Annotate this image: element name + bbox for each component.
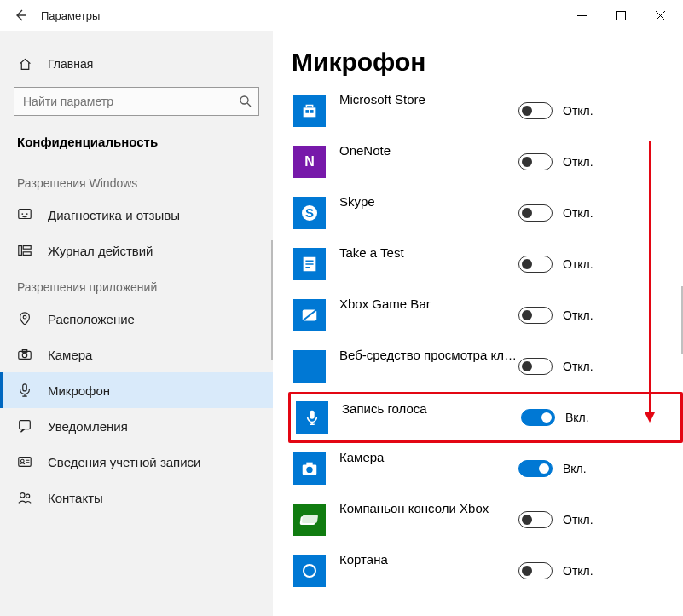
app-permission-toggle[interactable] <box>518 511 553 528</box>
sidebar-item-camera[interactable]: Камера <box>0 337 273 372</box>
arrow-left-icon <box>14 9 27 22</box>
svg-text:S: S <box>305 205 314 220</box>
sidebar: Главная Конфиденциальность Разрешения Wi… <box>0 31 273 616</box>
app-permission-toggle[interactable] <box>518 562 553 579</box>
store-icon <box>293 95 326 127</box>
blank-icon <box>293 350 326 383</box>
sidebar-item-label: Расположение <box>48 312 135 326</box>
content-pane: Микрофон Microsoft StoreОткл.NOneNoteОтк… <box>273 31 683 616</box>
svg-point-17 <box>26 494 30 498</box>
app-name-label: Кортана <box>339 552 518 567</box>
toggle-block: Откл. <box>518 358 604 375</box>
minimize-button[interactable] <box>562 0 601 31</box>
toggle-state-label: Откл. <box>563 206 593 220</box>
app-name-label: Take a Test <box>339 245 518 260</box>
app-permission-toggle[interactable] <box>518 358 553 375</box>
minimize-icon <box>577 11 587 20</box>
app-name-label: Компаньон консоли Xbox <box>339 501 518 515</box>
voice-icon <box>296 401 328 434</box>
app-row: КортанаОткл. <box>293 545 683 596</box>
app-permission-toggle[interactable] <box>521 409 555 426</box>
svg-point-16 <box>20 493 25 498</box>
search-input[interactable] <box>14 87 259 116</box>
nav-home-label: Главная <box>48 57 93 71</box>
sidebar-item-location[interactable]: Расположение <box>0 301 273 337</box>
section-title: Конфиденциальность <box>0 128 273 164</box>
app-row: КамераВкл. <box>293 443 683 494</box>
toggle-state-label: Откл. <box>563 308 593 322</box>
svg-point-31 <box>304 565 315 577</box>
toggle-state-label: Откл. <box>563 513 593 527</box>
toggle-block: Откл. <box>518 256 604 273</box>
app-row: Веб-средство просмотра класси...Откл. <box>293 341 683 392</box>
sidebar-item-label: Уведомления <box>48 419 128 434</box>
sidebar-item-activity-history[interactable]: Журнал действий <box>0 233 273 268</box>
toggle-state-label: Откл. <box>563 360 593 373</box>
app-permission-toggle[interactable] <box>518 460 553 477</box>
svg-rect-20 <box>310 110 314 113</box>
maximize-icon <box>616 11 626 20</box>
sidebar-item-label: Сведения учетной записи <box>48 455 201 469</box>
app-permission-toggle[interactable] <box>518 256 553 273</box>
page-heading: Микрофон <box>292 48 683 77</box>
app-row: NOneNoteОткл. <box>293 136 683 187</box>
svg-rect-7 <box>23 252 31 256</box>
xbox-icon <box>293 299 326 331</box>
xboxcomp-icon <box>293 504 326 536</box>
svg-point-15 <box>21 459 25 463</box>
app-permission-toggle[interactable] <box>518 307 553 324</box>
sidebar-item-label: Микрофон <box>48 383 110 398</box>
svg-point-8 <box>23 315 26 319</box>
sidebar-item-account-info[interactable]: Сведения учетной записи <box>0 444 273 480</box>
sidebar-item-label: Контакты <box>48 491 103 505</box>
test-icon <box>293 248 326 280</box>
svg-rect-0 <box>616 11 625 20</box>
svg-point-3 <box>21 213 23 215</box>
sidebar-item-label: Камера <box>48 348 92 362</box>
back-button[interactable] <box>3 0 38 31</box>
sidebar-item-diagnostics[interactable]: Диагностика и отзывы <box>0 197 273 233</box>
contacts-icon <box>17 490 32 505</box>
app-name-label: Веб-средство просмотра класси... <box>339 348 518 362</box>
app-permission-toggle[interactable] <box>518 153 553 170</box>
toggle-block: Откл. <box>518 511 604 528</box>
app-permission-toggle[interactable] <box>518 102 553 119</box>
toggle-state-label: Откл. <box>563 155 593 169</box>
toggle-block: Вкл. <box>521 409 606 426</box>
toggle-state-label: Откл. <box>563 257 593 271</box>
svg-rect-19 <box>305 110 309 113</box>
sidebar-item-contacts[interactable]: Контакты <box>0 480 273 515</box>
svg-rect-30 <box>302 515 318 523</box>
app-name-label: Запись голоса <box>342 401 521 416</box>
sidebar-item-notifications[interactable]: Уведомления <box>0 408 273 444</box>
sidebar-item-label: Диагностика и отзывы <box>48 208 180 222</box>
notifications-icon <box>17 418 32 434</box>
annotation-arrow <box>649 141 651 414</box>
window-title: Параметры <box>41 9 100 22</box>
cortana-icon <box>293 555 326 587</box>
group-app-permissions: Разрешения приложений <box>0 268 273 301</box>
app-name-label: Камера <box>339 450 518 464</box>
titlebar: Параметры <box>0 0 683 31</box>
location-icon <box>17 311 32 326</box>
toggle-block: Откл. <box>518 153 604 170</box>
app-row: SSkypeОткл. <box>293 187 683 239</box>
microphone-icon <box>17 383 32 398</box>
toggle-block: Откл. <box>518 307 604 324</box>
app-row: Xbox Game BarОткл. <box>293 290 683 341</box>
maximize-button[interactable] <box>601 0 640 31</box>
nav-home[interactable]: Главная <box>0 48 273 80</box>
close-button[interactable] <box>640 0 680 31</box>
app-name-label: Microsoft Store <box>339 92 518 107</box>
skype-icon: S <box>293 197 326 229</box>
svg-point-10 <box>22 353 26 357</box>
camera-icon <box>17 347 32 362</box>
sidebar-item-label: Журнал действий <box>48 244 153 258</box>
svg-rect-28 <box>306 463 312 466</box>
sidebar-item-microphone[interactable]: Микрофон <box>0 372 273 408</box>
app-row: Компаньон консоли XboxОткл. <box>293 494 683 545</box>
toggle-block: Откл. <box>518 102 604 119</box>
search-wrap <box>14 87 259 116</box>
app-permission-toggle[interactable] <box>518 204 553 222</box>
toggle-block: Откл. <box>518 204 604 222</box>
